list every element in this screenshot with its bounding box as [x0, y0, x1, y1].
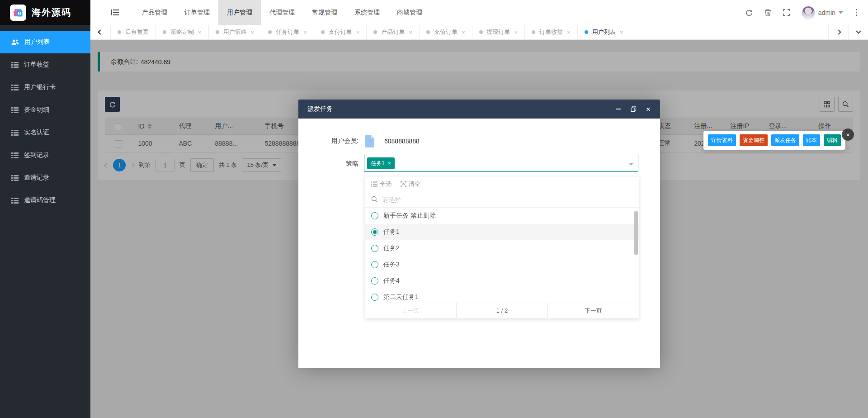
tab-user-strategy[interactable]: 用户策略× [208, 25, 261, 39]
tab-product-order[interactable]: 产品订单× [366, 25, 419, 39]
selected-tag: 任务1 × [367, 157, 395, 169]
tabs-menu-icon[interactable] [848, 25, 868, 39]
popup-close-icon[interactable]: × [842, 128, 854, 141]
nav-agent-mgmt[interactable]: 代理管理 [261, 0, 303, 25]
sidebar-item-label: 邀请码管理 [24, 196, 56, 204]
sidebar-item-order-income[interactable]: 订单收益 [0, 53, 90, 76]
nav-general-mgmt[interactable]: 常规管理 [303, 0, 346, 25]
sidebar-item-checkin-record[interactable]: 签到记录 [0, 144, 90, 166]
close-icon[interactable]: × [645, 105, 652, 113]
radio-icon [371, 212, 378, 219]
more-menu-icon[interactable] [855, 8, 858, 17]
dropdown-next-page[interactable]: 下一页 [548, 303, 639, 318]
sidebar-item-label: 用户银行卡 [24, 83, 56, 91]
sidebar-item-fund-detail[interactable]: 资金明细 [0, 99, 90, 121]
strategy-label: 策略 [298, 155, 364, 172]
sidebar-nav: 用户列表 订单收益 用户银行卡 资金明细 实名认证 签到记录 邀请记录 邀请码 [0, 25, 90, 212]
popup-collapse-icon[interactable] [846, 143, 849, 150]
tabs-scroll-right-icon[interactable] [828, 25, 848, 39]
user-menu[interactable]: admin [802, 6, 843, 19]
sidebar-item-invite-record[interactable]: 邀请记录 [0, 166, 90, 189]
radio-icon [371, 277, 378, 285]
list-icon [11, 107, 19, 113]
option-newbie-task[interactable]: 新手任务 禁止删除 [365, 208, 639, 224]
radio-checked-icon [371, 228, 378, 236]
nav-order-mgmt[interactable]: 订单管理 [176, 0, 218, 25]
member-label: 用户会员: [298, 137, 364, 145]
nav-system-mgmt[interactable]: 系统管理 [346, 0, 388, 25]
tab-order-income[interactable]: 订单收益× [524, 25, 577, 39]
sidebar-item-user-list[interactable]: 用户列表 [0, 31, 90, 53]
row-actions-popup: 详情资料 资金调整 派发任务 账本 编辑 [703, 131, 845, 150]
option-task4[interactable]: 任务4 [365, 273, 639, 289]
tab-withdraw-order[interactable]: 提现订单× [472, 25, 525, 39]
strategy-dropdown-panel: 全选 清空 新手任务 禁止删除 任务1 任务2 任务3 任务4 第二天任务1 [365, 176, 639, 319]
close-icon[interactable]: × [198, 29, 202, 35]
option-task3[interactable]: 任务3 [365, 256, 639, 273]
modal-header: 派发任务 × [298, 100, 660, 119]
strategy-multiselect[interactable]: 任务1 × [364, 155, 638, 172]
radio-icon [371, 294, 378, 301]
ledger-button[interactable]: 账本 [803, 134, 820, 146]
close-icon[interactable]: × [303, 29, 307, 35]
maximize-icon[interactable] [630, 105, 637, 113]
close-icon[interactable]: × [356, 29, 360, 35]
fullscreen-icon[interactable] [783, 9, 790, 16]
detail-info-button[interactable]: 详情资料 [708, 134, 736, 146]
nav-mall-mgmt[interactable]: 商城管理 [388, 0, 431, 25]
sidebar-item-realname-auth[interactable]: 实名认证 [0, 121, 90, 144]
brand: $ 海外源码 [0, 0, 90, 25]
tab-dot [163, 30, 166, 34]
tab-task-order[interactable]: 任务订单× [261, 25, 314, 39]
chevron-down-icon [839, 11, 843, 14]
list-icon [11, 198, 19, 204]
sidebar-item-label: 用户列表 [24, 38, 50, 46]
close-icon[interactable]: × [620, 29, 623, 35]
tab-user-list[interactable]: 用户列表× [577, 25, 630, 39]
file-icon [364, 135, 374, 147]
sidebar-item-invite-code[interactable]: 邀请码管理 [0, 189, 90, 212]
tab-strategy-custom[interactable]: 策略定制× [156, 25, 208, 39]
close-icon[interactable]: × [514, 29, 518, 35]
sidebar-item-label: 邀请记录 [24, 174, 49, 182]
tab-dot [373, 30, 377, 34]
sidebar-collapse-icon[interactable] [111, 9, 119, 16]
tab-pay-order[interactable]: 支付订单× [314, 25, 367, 39]
member-row: 用户会员: 6088888888 [298, 119, 660, 147]
option-task1[interactable]: 任务1 [365, 224, 639, 240]
tag-remove-icon[interactable]: × [388, 160, 391, 166]
option-task2[interactable]: 任务2 [365, 240, 639, 256]
refresh-icon[interactable] [745, 9, 753, 16]
top-header: 产品管理 订单管理 用户管理 代理管理 常规管理 系统管理 商城管理 admin [90, 0, 868, 25]
sidebar-item-user-bankcard[interactable]: 用户银行卡 [0, 76, 90, 99]
nav-product-mgmt[interactable]: 产品管理 [133, 0, 176, 25]
minimize-icon[interactable] [615, 105, 622, 113]
dispatch-task-button[interactable]: 派发任务 [771, 134, 799, 146]
option-day2-task1[interactable]: 第二天任务1 [365, 289, 639, 303]
close-icon[interactable]: × [462, 29, 465, 35]
trash-icon[interactable] [764, 9, 771, 16]
tabs-scroll-left-icon[interactable] [90, 25, 110, 39]
dropdown-search-input[interactable] [382, 196, 633, 203]
dropdown-prev-page[interactable]: 上一页 [365, 303, 456, 318]
tab-home[interactable]: 后台首页 [110, 25, 156, 39]
close-icon[interactable]: × [567, 29, 571, 35]
tab-recharge-order[interactable]: 充值订单× [419, 25, 472, 39]
tab-dot [426, 30, 430, 34]
member-value: 6088888888 [384, 138, 420, 145]
sidebar-item-label: 实名认证 [24, 128, 49, 137]
scrollbar-thumb[interactable] [634, 211, 638, 255]
modal-body: 用户会员: 6088888888 策略 任务1 × 全选 [298, 119, 660, 368]
close-icon[interactable]: × [251, 29, 255, 35]
clear-selection-action[interactable]: 清空 [401, 180, 420, 188]
tab-dot [585, 30, 588, 34]
brand-logo-icon: $ [10, 5, 26, 21]
close-icon[interactable]: × [409, 29, 412, 35]
edit-button[interactable]: 编辑 [824, 134, 841, 146]
select-all-action[interactable]: 全选 [371, 180, 392, 188]
tab-dot [216, 30, 219, 34]
nav-user-mgmt[interactable]: 用户管理 [218, 0, 261, 25]
tab-dot [118, 30, 121, 34]
dropdown-pager: 上一页 1 / 2 下一页 [365, 303, 639, 318]
fund-adjust-button[interactable]: 资金调整 [740, 134, 768, 146]
